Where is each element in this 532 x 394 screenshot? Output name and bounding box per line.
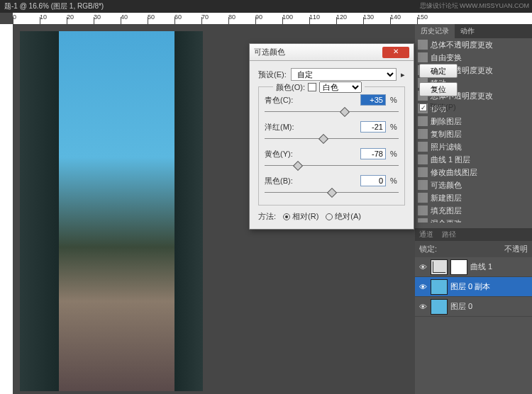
tab-history[interactable]: 历史记录 bbox=[415, 24, 455, 38]
preset-label: 预设(E): bbox=[258, 69, 287, 80]
radio-relative[interactable]: 相对(R) bbox=[283, 211, 318, 222]
preview-checkbox[interactable]: ✓预览(P) bbox=[419, 102, 458, 113]
selective-color-dialog: 可选颜色 ✕ 预设(E): 自定 ▸ 颜色(O): 白色 青色(C):%洋红(M… bbox=[249, 43, 414, 230]
history-item[interactable]: 总体不透明度更改 bbox=[415, 38, 532, 51]
slider-track[interactable] bbox=[265, 108, 399, 116]
layer-thumb bbox=[431, 279, 448, 295]
close-icon[interactable]: ✕ bbox=[382, 47, 409, 58]
dialog-title: 可选颜色 bbox=[254, 47, 382, 57]
watermark: 思缘设计论坛 WWW.MISSYUAN.COM bbox=[420, 1, 530, 11]
percent-label: % bbox=[390, 150, 399, 158]
preset-menu-icon[interactable]: ▸ bbox=[401, 70, 405, 79]
ok-button[interactable]: 确定 bbox=[419, 64, 458, 78]
history-icon bbox=[418, 218, 428, 223]
history-icon bbox=[418, 116, 428, 126]
history-item[interactable]: 照片滤镜 bbox=[415, 140, 532, 153]
visibility-icon[interactable]: 👁 bbox=[418, 302, 428, 312]
history-item[interactable]: 填充图层 bbox=[415, 204, 532, 217]
slider-label: 黄色(Y): bbox=[265, 149, 300, 159]
cancel-button[interactable]: 复位 bbox=[419, 82, 458, 96]
layers-sub-tabs: 通道 路径 bbox=[415, 228, 532, 241]
history-icon bbox=[418, 154, 428, 164]
radio-absolute[interactable]: 绝对(A) bbox=[326, 211, 361, 222]
tab-actions[interactable]: 动作 bbox=[455, 24, 480, 38]
layer-thumb bbox=[431, 299, 448, 315]
percent-label: % bbox=[390, 96, 399, 104]
layers-list[interactable]: 👁曲线 1👁图层 0 副本👁图层 0 bbox=[415, 257, 532, 317]
slider-label: 黑色(B): bbox=[265, 176, 300, 186]
history-icon bbox=[418, 129, 428, 139]
slider-value[interactable] bbox=[360, 175, 386, 186]
layer-thumb bbox=[431, 259, 448, 275]
history-icon bbox=[418, 180, 428, 190]
color-label: 颜色(O): bbox=[276, 82, 305, 93]
slider-thumb[interactable] bbox=[326, 188, 336, 198]
history-icon bbox=[418, 52, 428, 62]
slider-thumb[interactable] bbox=[293, 161, 303, 171]
slider-label: 洋红(M): bbox=[265, 122, 300, 133]
percent-label: % bbox=[390, 123, 399, 131]
layer-row[interactable]: 👁图层 0 bbox=[415, 297, 532, 317]
layer-row[interactable]: 👁曲线 1 bbox=[415, 257, 532, 277]
history-item[interactable]: 可选颜色 bbox=[415, 179, 532, 191]
visibility-icon[interactable]: 👁 bbox=[418, 282, 428, 292]
visibility-icon[interactable]: 👁 bbox=[418, 262, 428, 272]
tab-channels[interactable]: 通道 bbox=[415, 228, 438, 241]
history-icon bbox=[418, 206, 428, 215]
slider-track[interactable] bbox=[265, 135, 399, 142]
method-label: 方法: bbox=[258, 211, 276, 222]
history-panel-tabs: 历史记录 动作 bbox=[415, 24, 532, 38]
slider-value[interactable] bbox=[360, 148, 386, 159]
history-item[interactable]: 新建图层 bbox=[415, 191, 532, 204]
slider-track[interactable] bbox=[265, 162, 399, 169]
layer-controls: 锁定: 不透明 bbox=[415, 241, 532, 257]
horizontal-ruler: 0102030405060708090100110120130140150 bbox=[13, 13, 532, 24]
opacity-label: 不透明 bbox=[504, 244, 528, 254]
history-icon bbox=[418, 40, 428, 50]
history-item[interactable]: 混合更改 bbox=[415, 217, 532, 223]
color-select[interactable]: 白色 bbox=[319, 81, 362, 93]
vertical-ruler bbox=[0, 24, 13, 394]
dialog-side-buttons: 确定 复位 ✓预览(P) bbox=[419, 64, 458, 113]
history-icon bbox=[418, 142, 428, 152]
document-image[interactable] bbox=[20, 31, 203, 391]
history-icon bbox=[418, 193, 428, 203]
history-item[interactable]: 自由变换 bbox=[415, 51, 532, 64]
color-group: 颜色(O): 白色 青色(C):%洋红(M):%黄色(Y):%黑色(B):% bbox=[258, 86, 405, 206]
layer-row[interactable]: 👁图层 0 副本 bbox=[415, 277, 532, 297]
slider-thumb[interactable] bbox=[318, 134, 328, 144]
slider-value[interactable] bbox=[360, 94, 386, 106]
slider-thumb[interactable] bbox=[340, 107, 350, 117]
slider-value[interactable] bbox=[360, 121, 386, 133]
percent-label: % bbox=[390, 176, 399, 185]
history-item[interactable]: 修改曲线图层 bbox=[415, 166, 532, 179]
history-item[interactable]: 曲线 1 图层 bbox=[415, 153, 532, 166]
history-item[interactable]: 复制图层 bbox=[415, 128, 532, 140]
history-icon bbox=[418, 167, 428, 177]
lock-label: 锁定: bbox=[419, 244, 437, 254]
slider-track[interactable] bbox=[265, 189, 399, 196]
dialog-titlebar[interactable]: 可选颜色 ✕ bbox=[250, 44, 414, 61]
layer-mask bbox=[450, 259, 467, 275]
history-item[interactable]: 删除图层 bbox=[415, 115, 532, 128]
preset-select[interactable]: 自定 bbox=[291, 68, 397, 81]
color-swatch bbox=[308, 83, 316, 91]
tab-paths[interactable]: 路径 bbox=[438, 228, 460, 241]
slider-label: 青色(C): bbox=[265, 95, 300, 106]
